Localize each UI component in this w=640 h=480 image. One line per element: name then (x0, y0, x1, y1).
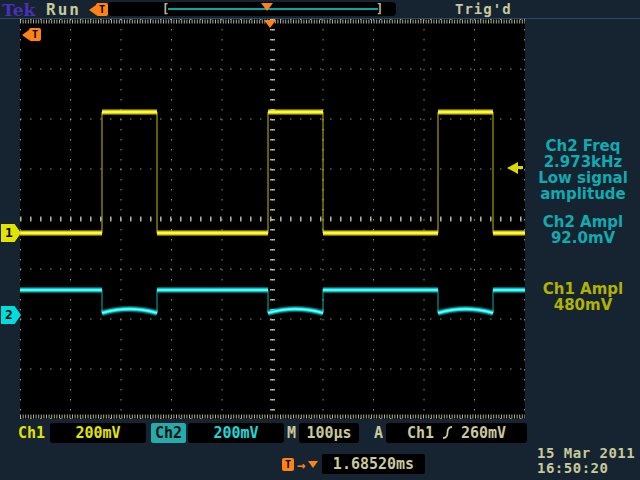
trigger-level-arrow-stem (518, 166, 523, 169)
record-right-bracket: ] (376, 3, 383, 15)
waveform-plot (20, 19, 525, 419)
ch1-label: Ch1 (18, 424, 45, 442)
meas-label: Ch2 Ampl (527, 214, 639, 230)
right-arrow-icon: → (297, 457, 305, 473)
graticule-trigger-icon: T (22, 28, 41, 41)
ch2-ground-marker: 2 (1, 306, 21, 324)
trigger-menu-label: A (374, 424, 383, 442)
t-marker-icon: T (282, 458, 294, 471)
measurement-ch2-ampl: Ch2 Ampl 92.0mV (527, 214, 639, 246)
meas-warning-line1: Low signal (527, 170, 639, 186)
measurement-ch1-ampl: Ch1 Ampl 480mV (527, 281, 639, 313)
trigger-level-arrow-icon (507, 162, 518, 174)
ch2-label-selected: Ch2 (151, 423, 186, 443)
down-triangle-icon (308, 461, 318, 468)
tek-logo: Tek (2, 0, 35, 20)
ch1-ground-marker: 1 (1, 224, 21, 242)
t-marker-icon: T (29, 28, 41, 41)
trigger-source: Ch1 (407, 424, 434, 442)
record-view-line (168, 8, 378, 10)
trigger-status: Trig'd (455, 1, 512, 17)
oscilloscope-screen: Tek Run T [ ] Trig'd T 1 2 Ch2 Freq 2.97… (0, 0, 640, 480)
rising-edge-icon (442, 425, 453, 445)
measurement-ch2-freq: Ch2 Freq 2.973kHz Low signal amplitude (527, 138, 639, 202)
timebase-label: M (287, 424, 296, 442)
ch2-scale-readout: 200mV (188, 423, 284, 443)
record-trigger-marker-icon (261, 3, 273, 11)
date-text: 15 Mar 2011 (537, 446, 640, 461)
graticule: T (20, 19, 525, 419)
left-arrow-icon (89, 5, 96, 15)
trigger-position-marker-icon (264, 20, 276, 28)
meas-label: Ch2 Freq (527, 138, 639, 154)
left-arrow-icon (22, 30, 29, 40)
t-marker-icon: T (96, 3, 108, 16)
trigger-position-icon: T (89, 3, 108, 16)
horizontal-trigger-icon: T (282, 458, 294, 471)
datetime-display: 15 Mar 2011 16:50:20 (537, 446, 640, 476)
trigger-level-value: 260mV (461, 424, 506, 442)
record-view-bar: [ ] (108, 2, 396, 16)
trigger-readout: Ch1260mV (386, 423, 527, 443)
meas-value: 92.0mV (527, 230, 639, 246)
ch1-scale-readout: 200mV (50, 423, 146, 443)
time-text: 16:50:20 (537, 461, 640, 476)
meas-value: 2.973kHz (527, 154, 639, 170)
timebase-readout: 100µs (299, 423, 359, 443)
meas-warning-line2: amplitude (527, 186, 639, 202)
acquisition-status: Run (46, 0, 81, 19)
meas-value: 480mV (527, 297, 639, 313)
horizontal-position-readout: 1.68520ms (322, 454, 425, 474)
meas-label: Ch1 Ampl (527, 281, 639, 297)
